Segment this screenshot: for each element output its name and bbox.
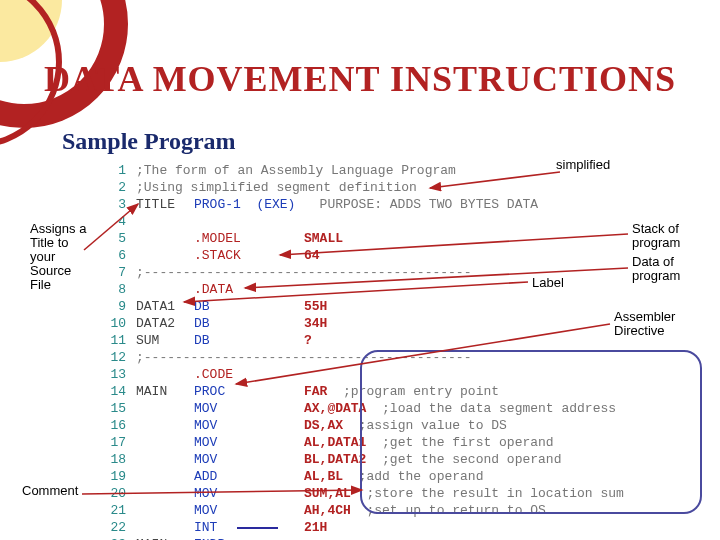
line-number: 9 (100, 298, 136, 315)
code-row: 11SUMDB? (100, 332, 624, 349)
line-number: 16 (100, 417, 136, 434)
code-row: 5.MODELSMALL (100, 230, 624, 247)
annot-assigns-title: Assigns a Title to your Source File (30, 222, 90, 292)
line-number: 2 (100, 179, 136, 196)
line-number: 18 (100, 451, 136, 468)
line-number: 1 (100, 162, 136, 179)
code-row: 22INT21H (100, 519, 624, 536)
code-line: TITLEPROG-1 (EXE) PURPOSE: ADDS TWO BYTE… (136, 196, 538, 213)
line-number: 7 (100, 264, 136, 281)
annot-stack: Stack of program (632, 222, 702, 250)
code-line: MAINENDP (136, 536, 304, 540)
code-row: 1;The form of an Assembly Language Progr… (100, 162, 624, 179)
code-line: .MODELSMALL (136, 230, 343, 247)
code-row: 23MAINENDP (100, 536, 624, 540)
code-line: SUMDB? (136, 332, 312, 349)
code-line: .DATA (136, 281, 304, 298)
code-row: 6.STACK64 (100, 247, 624, 264)
code-line: DATA2DB34H (136, 315, 327, 332)
code-line: .CODE (136, 366, 304, 383)
code-line: DATA1DB55H (136, 298, 327, 315)
line-number: 19 (100, 468, 136, 485)
line-number: 14 (100, 383, 136, 400)
line-number: 5 (100, 230, 136, 247)
code-row: 2;Using simplified segment definition (100, 179, 624, 196)
line-number: 4 (100, 213, 136, 230)
line-number: 3 (100, 196, 136, 213)
code-row: 10DATA2DB34H (100, 315, 624, 332)
line-number: 22 (100, 519, 136, 536)
code-line: INT21H (136, 519, 327, 536)
annot-assembler: Assembler Directive (614, 310, 694, 338)
line-number: 23 (100, 536, 136, 540)
code-line: ;Using simplified segment definition (136, 179, 417, 196)
comment-highlight-box (360, 350, 702, 514)
code-line (136, 213, 304, 230)
annot-label: Label (532, 276, 564, 290)
line-number: 8 (100, 281, 136, 298)
code-row: 9DATA1DB55H (100, 298, 624, 315)
line-number: 21 (100, 502, 136, 519)
code-row: 4 (100, 213, 624, 230)
line-number: 17 (100, 434, 136, 451)
line-number: 11 (100, 332, 136, 349)
line-number: 12 (100, 349, 136, 366)
line-number: 20 (100, 485, 136, 502)
page-title: DATA MOVEMENT INSTRUCTIONS (0, 58, 720, 100)
subtitle: Sample Program (62, 128, 236, 155)
line-number: 13 (100, 366, 136, 383)
line-number: 15 (100, 400, 136, 417)
line-number: 10 (100, 315, 136, 332)
annot-comment: Comment (22, 484, 78, 498)
code-line: .STACK64 (136, 247, 320, 264)
code-line: ;The form of an Assembly Language Progra… (136, 162, 456, 179)
code-row: 3TITLEPROG-1 (EXE) PURPOSE: ADDS TWO BYT… (100, 196, 624, 213)
code-line: ;---------------------------------------… (136, 264, 471, 281)
annot-data: Data of program (632, 255, 702, 283)
line-number: 6 (100, 247, 136, 264)
annot-simplified: simplified (556, 158, 610, 172)
